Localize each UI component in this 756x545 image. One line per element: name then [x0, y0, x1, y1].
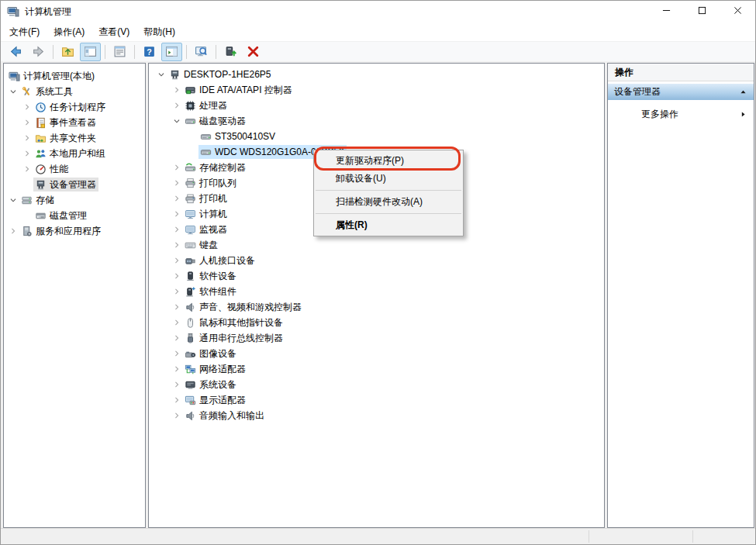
tree-item-disk-management[interactable]: 磁盘管理 [4, 208, 145, 223]
tree-item-system-tools[interactable]: 系统工具 [4, 84, 145, 99]
export-list-button[interactable] [57, 43, 78, 61]
device-tree-panel: DESKTOP-1HE26P5IDE ATA/ATAPI 控制器处理器磁盘驱动器… [148, 63, 605, 528]
properties-item[interactable]: 属性(R) [314, 216, 463, 234]
tree-item-system-devices[interactable]: 系统设备 [149, 377, 604, 392]
tree-item-software-components[interactable]: 软件组件 [149, 284, 604, 299]
chevron-right-icon[interactable] [171, 99, 183, 112]
chevron-right-icon[interactable] [171, 316, 183, 329]
menu-item-1[interactable]: 操作(A) [47, 23, 91, 41]
chevron-right-icon[interactable] [171, 270, 183, 282]
tree-item-sound-controllers[interactable]: 声音、视频和游戏控制器 [149, 299, 604, 315]
tree-item-task-scheduler[interactable]: 任务计划程序 [4, 99, 145, 115]
chevron-right-icon[interactable] [21, 132, 33, 144]
tree-item-event-viewer[interactable]: 事件查看器 [4, 115, 145, 130]
chevron-right-icon[interactable] [21, 116, 33, 129]
chevron-right-icon[interactable] [171, 223, 183, 236]
chevron-down-icon[interactable] [7, 194, 19, 206]
chevron-right-icon[interactable] [171, 254, 183, 267]
chevron-right-icon[interactable] [171, 332, 183, 344]
scan-hardware-changes-item[interactable]: 扫描检测硬件改动(A) [314, 193, 463, 211]
menu-item-0[interactable]: 文件(F) [2, 23, 47, 41]
tree-item-label: 通用串行总线控制器 [198, 332, 283, 345]
forward-button[interactable] [28, 43, 49, 61]
tree-item-imaging-devices[interactable]: 图像设备 [149, 346, 604, 361]
tree-item-performance[interactable]: 性能 [4, 161, 145, 177]
chevron-right-icon[interactable] [7, 225, 19, 237]
svg-text:?: ? [147, 47, 151, 57]
hid-icon [184, 254, 196, 267]
chevron-right-icon[interactable] [171, 84, 183, 96]
tree-item-usb-controllers[interactable]: 通用串行总线控制器 [149, 330, 604, 346]
chevron-right-icon[interactable] [171, 363, 183, 375]
scan-hardware-button[interactable] [191, 43, 212, 61]
chevron-down-icon[interactable] [7, 85, 19, 98]
menu-item-2[interactable]: 查看(V) [91, 23, 136, 41]
tree-item-disk-drives[interactable]: 磁盘驱动器 [149, 113, 604, 129]
disk-drive-icon [199, 146, 212, 158]
computer-icon [184, 208, 196, 220]
chevron-right-icon[interactable] [171, 378, 183, 391]
performance-icon [34, 163, 47, 175]
minimize-button[interactable] [648, 1, 684, 22]
tree-item-network-adapters[interactable]: 网络适配器 [149, 361, 604, 377]
usb-controller-icon [184, 332, 196, 344]
chevron-right-icon[interactable] [171, 192, 183, 205]
tree-item-audio-inputs-outputs[interactable]: 音频输入和输出 [149, 408, 604, 423]
chevron-right-icon[interactable] [21, 163, 33, 175]
tree-item-device-manager[interactable]: 设备管理器 [4, 177, 145, 192]
help-button[interactable]: ? [139, 43, 160, 61]
tree-item-software-devices[interactable]: 软件设备 [149, 268, 604, 284]
tree-item-services-applications[interactable]: 服务和应用程序 [4, 223, 145, 239]
back-button[interactable] [5, 43, 26, 61]
actions-section-device-manager[interactable]: 设备管理器 [608, 84, 754, 100]
tree-item-computer-management-local[interactable]: 计算机管理(本地) [4, 68, 145, 84]
tree-item-processors[interactable]: 处理器 [149, 98, 604, 113]
tree-item-disk-st3500410sv[interactable]: ST3500410SV [149, 129, 604, 144]
chevron-right-icon[interactable] [171, 239, 183, 251]
minimize-icon [662, 6, 671, 17]
tree-item-local-users-groups[interactable]: 本地用户和组 [4, 146, 145, 161]
show-action-pane-button[interactable] [161, 43, 182, 61]
tree-item-mice[interactable]: 鼠标和其他指针设备 [149, 315, 604, 330]
chevron-down-icon[interactable] [155, 68, 167, 81]
tree-item-computer-root[interactable]: DESKTOP-1HE26P5 [149, 67, 604, 82]
tree-item-ide-controllers[interactable]: IDE ATA/ATAPI 控制器 [149, 82, 604, 98]
properties-button[interactable] [109, 43, 130, 61]
storage-controller-icon [184, 161, 196, 174]
actions-section-label: 设备管理器 [614, 85, 661, 98]
chevron-right-icon[interactable] [171, 347, 183, 360]
tree-item-storage[interactable]: 存储 [4, 192, 145, 208]
collapse-arrow-icon[interactable] [739, 88, 747, 96]
chevron-down-icon[interactable] [171, 115, 183, 127]
menu-item-3[interactable]: 帮助(H) [136, 23, 182, 41]
status-separator [589, 530, 589, 543]
tree-item-shared-folders[interactable]: 共享文件夹 [4, 130, 145, 146]
update-driver-item[interactable]: 更新驱动程序(P) [314, 152, 463, 170]
chevron-right-icon[interactable] [171, 177, 183, 189]
uninstall-device-item[interactable]: 卸载设备(U) [314, 170, 463, 188]
show-console-tree-button[interactable] [80, 43, 101, 61]
chevron-right-icon[interactable] [21, 147, 33, 160]
chevron-right-icon[interactable] [171, 409, 183, 422]
actions-panel: 操作 设备管理器 更多操作 [607, 63, 754, 528]
tree-item-label: ST3500410SV [213, 131, 275, 142]
chevron-right-icon[interactable] [21, 101, 33, 113]
action-pane-icon [165, 45, 178, 58]
tools-icon [20, 85, 33, 98]
tree-item-label: 图像设备 [198, 347, 236, 360]
chevron-right-icon[interactable] [171, 161, 183, 174]
chevron-right-icon[interactable] [171, 208, 183, 220]
tree-item-label: 计算机管理(本地) [22, 70, 95, 83]
close-button[interactable] [720, 1, 755, 22]
tree-item-display-adapters[interactable]: 显示适配器 [149, 392, 604, 408]
chevron-right-icon[interactable] [171, 301, 183, 313]
tree-item-hid-devices[interactable]: 人机接口设备 [149, 253, 604, 268]
chevron-right-icon[interactable] [171, 394, 183, 406]
more-actions-item[interactable]: 更多操作 [608, 105, 754, 122]
maximize-button[interactable] [684, 1, 720, 22]
chevron-right-icon[interactable] [171, 285, 183, 298]
tree-item-keyboards[interactable]: 键盘 [149, 237, 604, 253]
uninstall-button[interactable] [243, 43, 264, 61]
update-driver-button[interactable] [220, 43, 241, 61]
computer-management-icon [8, 70, 20, 82]
